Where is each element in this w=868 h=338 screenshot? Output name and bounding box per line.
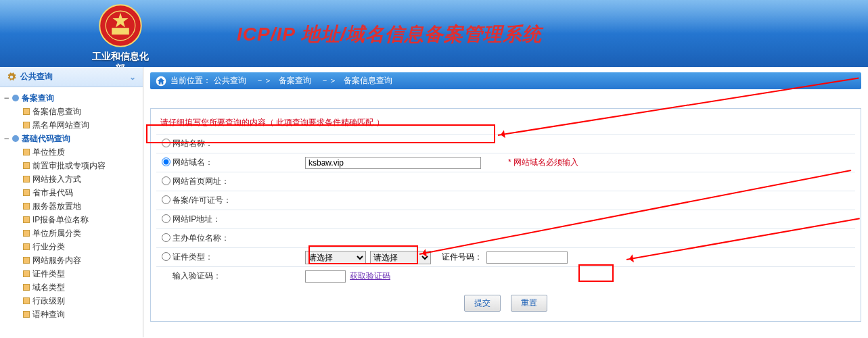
breadcrumb-item[interactable]: 公共查询: [214, 75, 246, 87]
tree-item[interactable]: 备案信息查询: [15, 105, 137, 118]
sidebar: 公共查询 ⌄ − 备案查询 备案信息查询 黑名单网站查询 −: [0, 67, 143, 337]
label-cert-no: 证件号码：: [442, 251, 482, 263]
query-form: 请仔细填写您所要查询的内容（ 此项查询要求条件精确匹配 ） 网站名称： 网站域名…: [150, 108, 861, 322]
doc-icon: [23, 189, 30, 196]
tree-toggle-icon: −: [4, 91, 12, 105]
gear-icon: [7, 72, 16, 82]
sidebar-title: 公共查询: [20, 71, 53, 82]
doc-icon: [23, 270, 30, 277]
tree-item[interactable]: 网站接入方式: [15, 172, 137, 186]
label-ip: 网站IP地址：: [170, 214, 305, 225]
doc-icon: [23, 297, 30, 304]
breadcrumb-item[interactable]: 备案查询: [279, 75, 311, 87]
reset-button[interactable]: 重置: [511, 295, 547, 312]
national-emblem-icon: [99, 4, 142, 47]
doc-icon: [23, 257, 30, 264]
select-cert-type-2[interactable]: 请选择: [370, 251, 431, 264]
label-homepage: 网站首页网址：: [170, 176, 305, 187]
input-captcha[interactable]: [305, 270, 346, 283]
svg-rect-4: [112, 34, 129, 37]
label-cert-type: 证件类型：: [170, 251, 305, 263]
tree-item[interactable]: 域名类型: [15, 281, 137, 294]
row-homepage: 网站首页网址：: [156, 172, 855, 191]
doc-icon: [23, 176, 30, 183]
home-icon: [156, 76, 166, 87]
form-hint: 请仔细填写您所要查询的内容（ 此项查询要求条件精确匹配 ）: [156, 114, 855, 134]
main-content: 当前位置： 公共查询 －＞ 备案查询 －＞ 备案信息查询 请仔细填写您所要查询的…: [143, 67, 868, 337]
label-license: 备案/许可证号：: [170, 195, 305, 206]
doc-icon: [23, 311, 30, 318]
row-sponsor: 主办单位名称：: [156, 228, 855, 247]
label-site-name: 网站名称：: [170, 138, 305, 149]
doc-icon: [23, 230, 30, 237]
button-row: 提交 重置: [156, 291, 855, 316]
doc-icon: [23, 122, 30, 128]
label-captcha: 输入验证码：: [170, 270, 305, 282]
emblem-block: 工业和信息化部: [90, 4, 151, 67]
header-banner: 工业和信息化部 ICP/IP 地址/域名信息备案管理系统: [0, 0, 868, 67]
tree-item[interactable]: 语种查询: [15, 308, 137, 321]
doc-icon: [23, 284, 30, 291]
submit-button[interactable]: 提交: [464, 295, 501, 312]
tree-item[interactable]: 单位性质: [15, 145, 137, 159]
row-license: 备案/许可证号：: [156, 191, 855, 210]
select-cert-type-1[interactable]: 请选择: [305, 251, 366, 264]
tree-toggle-icon: −: [4, 132, 12, 145]
breadcrumb: 当前位置： 公共查询 －＞ 备案查询 －＞ 备案信息查询: [150, 72, 861, 89]
category-icon: [12, 95, 19, 101]
category-icon: [12, 135, 19, 142]
doc-icon: [23, 149, 30, 155]
sidebar-header[interactable]: 公共查询 ⌄: [0, 67, 143, 87]
sidebar-tree: − 备案查询 备案信息查询 黑名单网站查询 − 基础代码查询 单位性质: [0, 87, 143, 325]
input-domain[interactable]: [305, 157, 481, 169]
tree-item[interactable]: 证件类型: [15, 267, 137, 281]
tree-item[interactable]: 单位所属分类: [15, 226, 137, 240]
svg-rect-3: [112, 28, 129, 34]
row-domain: 网站域名： * 网站域名必须输入: [156, 153, 855, 172]
tree-item[interactable]: 服务器放置地: [15, 199, 137, 213]
doc-icon: [23, 243, 30, 250]
tree-item[interactable]: 黑名单网站查询: [15, 118, 137, 132]
row-site-name: 网站名称：: [156, 134, 855, 153]
tree-group-backup-query[interactable]: − 备案查询: [4, 91, 137, 105]
input-cert-no[interactable]: [486, 251, 568, 264]
tree-group-basic-code[interactable]: − 基础代码查询: [4, 132, 137, 145]
doc-icon: [23, 203, 30, 210]
required-note: * 网站域名必须输入: [508, 157, 578, 168]
org-name: 工业和信息化部: [90, 51, 151, 67]
tree-item[interactable]: 行业分类: [15, 240, 137, 254]
chevron-down-icon: ⌄: [129, 72, 136, 82]
breadcrumb-item[interactable]: 备案信息查询: [344, 75, 392, 87]
row-ip: 网站IP地址：: [156, 210, 855, 228]
doc-icon: [23, 216, 30, 223]
label-sponsor: 主办单位名称：: [170, 233, 305, 244]
tree-item[interactable]: 网站服务内容: [15, 254, 137, 267]
system-title: ICP/IP 地址/域名信息备案管理系统: [237, 22, 542, 47]
label-domain: 网站域名：: [170, 157, 305, 168]
doc-icon: [23, 162, 30, 169]
tree-item[interactable]: 前置审批或专项内容: [15, 159, 137, 172]
tree-item[interactable]: 行政级别: [15, 294, 137, 308]
row-captcha: 输入验证码： 获取验证码: [156, 266, 855, 285]
doc-icon: [23, 108, 30, 115]
get-captcha-link[interactable]: 获取验证码: [350, 270, 390, 282]
tree-item[interactable]: 省市县代码: [15, 186, 137, 199]
tree-item[interactable]: IP报备单位名称: [15, 213, 137, 226]
row-cert-type: 证件类型： 请选择 请选择 证件号码：: [156, 247, 855, 266]
